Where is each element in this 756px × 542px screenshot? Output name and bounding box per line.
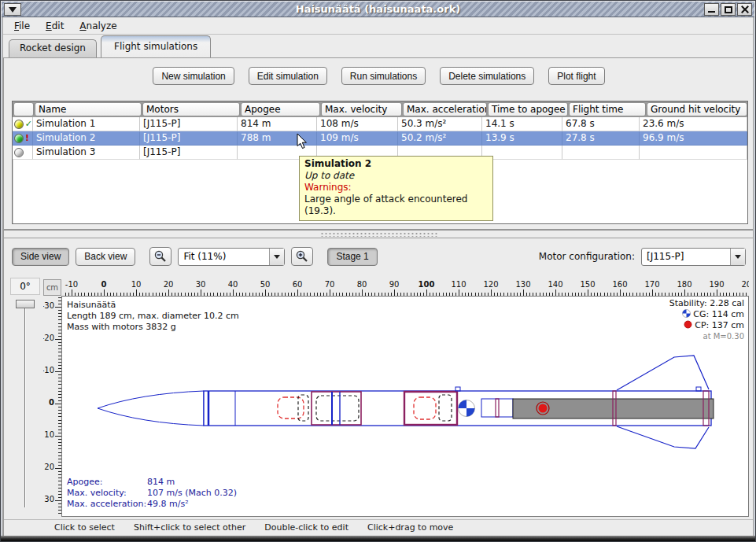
side-view-button[interactable]: Side view	[12, 248, 69, 266]
column-flight-time[interactable]: Flight time	[569, 102, 646, 116]
tab-flight-simulations[interactable]: Flight simulations	[101, 35, 211, 57]
column-max-velocity[interactable]: Max. velocity	[321, 102, 402, 116]
menu-edit[interactable]: Edit	[38, 19, 72, 33]
ruler-unit-label: cm	[43, 279, 61, 296]
tooltip-warnings-label: Warnings:	[304, 182, 488, 194]
h-ruler-label: 120	[479, 280, 503, 289]
cell-max-velocity: 109 m/s	[317, 131, 398, 146]
column-ground-hit-velocity[interactable]: Ground hit velocity	[647, 102, 747, 116]
v-ruler-label: -10	[43, 366, 54, 374]
hint-bar: Click to select Shift+click to select ot…	[4, 519, 754, 534]
cell-time-to-apogee: 13.9 s	[482, 131, 562, 146]
delete-simulations-button[interactable]: Delete simulations	[440, 67, 534, 85]
column-max-acceleration[interactable]: Max. acceleration	[403, 102, 487, 116]
h-ruler-label: 70	[318, 280, 341, 289]
combo-arrow-button[interactable]	[730, 249, 745, 265]
chevron-down-icon	[735, 255, 741, 259]
cell-name: Simulation 3	[33, 146, 140, 160]
tooltip-title: Simulation 2	[304, 158, 488, 170]
menubar: File Edit Analyze	[2, 17, 754, 35]
slider-handle[interactable]	[16, 300, 35, 308]
table-header: Name Motors Apogee Max. velocity Max. ac…	[13, 101, 747, 117]
status-check-icon: ✓	[25, 120, 32, 129]
inner-tube[interactable]	[481, 399, 513, 417]
cell-max-acceleration: 50.3 m/s²	[398, 117, 482, 131]
mach-condition: at M=0.30	[669, 331, 744, 342]
motor-configuration-value: [J115-P]	[642, 249, 730, 265]
edit-simulation-button[interactable]: Edit simulation	[249, 67, 327, 85]
menu-file[interactable]: File	[6, 19, 38, 33]
rocket-scene: 0° cm -100102030405060708090100110120130…	[4, 276, 754, 518]
mouse-cursor-icon	[297, 134, 309, 149]
table-row[interactable]: ✓ Simulation 1 [J115-P] 814 m 108 m/s 50…	[13, 117, 747, 131]
column-motors[interactable]: Motors	[142, 102, 240, 116]
h-ruler-label: 10	[124, 280, 148, 289]
cell-flight-time: 67.8 s	[562, 117, 640, 131]
view-toolbar: Side view Back view Fit (11%)	[4, 246, 754, 267]
rocket-mass: Mass with motors 3832 g	[67, 322, 239, 333]
slider-track	[24, 308, 26, 507]
app-window: Haisunäätä (haisunaata.ork) File Edit An…	[0, 0, 756, 542]
titlebar[interactable]: Haisunäätä (haisunaata.ork)	[2, 2, 754, 17]
vertical-ruler: -30-20-100102030	[43, 296, 61, 517]
cell-ground-hit: 23.6 m/s	[640, 117, 747, 131]
maximize-icon	[725, 6, 732, 13]
launch-lug[interactable]	[455, 387, 460, 391]
h-ruler-label: 200	[737, 280, 749, 289]
minimize-button[interactable]	[704, 3, 719, 16]
stage-1-toggle[interactable]: Stage 1	[327, 248, 377, 266]
hint-double-click: Double-click to edit	[264, 522, 348, 533]
plot-flight-button[interactable]: Plot flight	[548, 67, 604, 85]
horizontal-ruler: -100102030405060708090100110120130140150…	[63, 278, 749, 296]
column-name[interactable]: Name	[35, 102, 142, 116]
h-ruler-label: 40	[221, 280, 245, 289]
maximize-button[interactable]	[721, 3, 736, 16]
menu-analyze[interactable]: Analyze	[72, 19, 124, 33]
run-simulations-button[interactable]: Run simulations	[341, 67, 426, 85]
cell-motors: [J115-P]	[140, 117, 238, 131]
tab-rocket-design[interactable]: Rocket design	[9, 39, 97, 57]
cell-max-velocity: 108 m/s	[317, 117, 398, 131]
back-view-button[interactable]: Back view	[76, 248, 135, 266]
nose-cone[interactable]	[98, 391, 204, 426]
h-ruler-label: 80	[350, 280, 374, 289]
divider-grip-icon	[320, 232, 438, 237]
new-simulation-button[interactable]: New simulation	[153, 67, 234, 85]
close-button[interactable]	[737, 3, 752, 16]
column-apogee[interactable]: Apogee	[241, 102, 320, 116]
v-ruler-label: -20	[43, 334, 54, 342]
window-title: Haisunäätä (haisunaata.ork)	[2, 3, 754, 15]
h-ruler-label: 110	[447, 280, 470, 289]
v-ruler-label: 30	[44, 495, 54, 503]
column-time-to-apogee[interactable]: Time to apogee	[488, 102, 568, 116]
window-border-bottom[interactable]	[1, 536, 755, 541]
motor-configuration-label: Motor configuration:	[539, 251, 635, 262]
max-acceleration-value: 49.8 m/s²	[147, 499, 237, 510]
zoom-out-button[interactable]	[149, 247, 171, 266]
rocket-name: Haisunäätä	[67, 300, 239, 311]
fin-upper[interactable]	[617, 356, 709, 390]
zoom-in-button[interactable]	[291, 247, 313, 266]
minimize-icon	[708, 11, 715, 13]
rocket-canvas[interactable]: Haisunäätä Length 189 cm, max. diameter …	[61, 296, 749, 517]
cell-flight-time: 27.8 s	[562, 131, 640, 146]
simulation-actions: New simulation Edit simulation Run simul…	[4, 67, 754, 85]
split-divider[interactable]	[3, 230, 754, 238]
h-ruler-label: 160	[608, 280, 632, 289]
rotation-slider[interactable]	[10, 298, 40, 512]
zoom-select[interactable]: Fit (11%)	[178, 248, 285, 266]
combo-arrow-button[interactable]	[269, 249, 284, 265]
table-row-selected[interactable]: ! Simulation 2 [J115-P] 788 m 109 m/s 50…	[13, 131, 747, 146]
h-ruler-label: 30	[189, 280, 212, 289]
flight-info: Apogee: 814 m Max. velocity: 107 m/s (Ma…	[67, 477, 237, 510]
apogee-label: Apogee:	[67, 477, 147, 488]
status-notsimulated-icon	[14, 148, 24, 157]
cell-apogee: 814 m	[238, 117, 317, 131]
cell-name: Simulation 1	[33, 117, 140, 131]
motor-configuration-select[interactable]: [J115-P]	[641, 248, 746, 266]
chevron-down-icon	[274, 255, 280, 259]
h-ruler-label: 0	[92, 280, 116, 289]
fin-lower[interactable]	[617, 426, 709, 448]
h-ruler-label: 100	[415, 280, 438, 289]
column-status[interactable]	[13, 102, 34, 116]
